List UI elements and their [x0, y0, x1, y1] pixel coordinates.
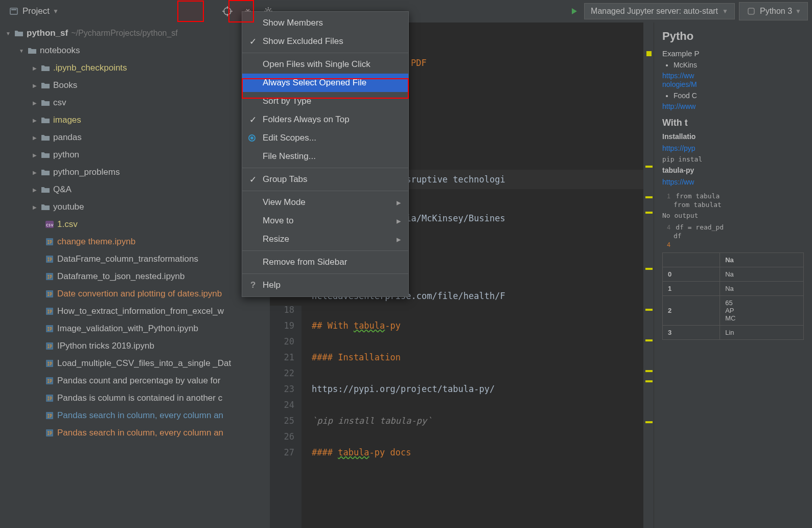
tree-file[interactable]: IPDataframe_to_json_nested.ipynb: [0, 268, 270, 285]
tree-folder[interactable]: ▶python_problems: [0, 164, 270, 181]
menu-item[interactable]: ✓Folders Always on Top: [242, 110, 408, 129]
tree-file[interactable]: IPPandas is column is contained in anoth…: [0, 389, 270, 407]
menu-item[interactable]: Show Members: [242, 14, 408, 32]
menu-item[interactable]: Always Select Opened File: [242, 74, 408, 92]
file-label: Pandas is column is contained in another…: [57, 393, 222, 403]
preview-link[interactable]: nologies/M: [662, 80, 697, 88]
preview-link[interactable]: http://www: [662, 102, 695, 110]
file-label: Pandas search in column, every column an: [57, 428, 223, 438]
preview-pane[interactable]: Pytho Example P McKins https://ww nologi…: [654, 22, 812, 528]
menu-item[interactable]: Move to▸: [242, 212, 408, 230]
code-line[interactable]: `pip install tabula-py`: [312, 413, 643, 429]
menu-item-label: View Mode: [263, 197, 306, 208]
project-tree[interactable]: ▼ python_sf ~/PycharmProjects/python_sf …: [0, 22, 270, 528]
tree-folder[interactable]: ▶.ipynb_checkpoints: [0, 59, 270, 77]
error-stripe[interactable]: [643, 22, 654, 528]
tree-file[interactable]: IPImage_validation_with_Python.ipynb: [0, 320, 270, 337]
marker-icon: [645, 421, 653, 423]
code-line[interactable]: [312, 302, 643, 318]
code-line[interactable]: [312, 365, 643, 381]
project-dropdown[interactable]: Project ▼: [4, 4, 63, 19]
menu-item[interactable]: ✓Show Excluded Files: [242, 32, 408, 51]
folder-label: pandas: [53, 132, 82, 143]
jupyter-server-dropdown[interactable]: Managed Jupyter server: auto-start ▼: [584, 3, 735, 19]
line-number: 24: [270, 397, 294, 413]
folder-label: python: [53, 150, 79, 160]
code-line[interactable]: https://pypi.org/project/tabula-py/: [312, 381, 643, 397]
menu-item[interactable]: View Mode▸: [242, 193, 408, 212]
expand-icon[interactable]: ▶: [32, 204, 38, 210]
tree-root[interactable]: ▼ python_sf ~/PycharmProjects/python_sf: [0, 25, 270, 42]
tree-folder[interactable]: ▶csv: [0, 94, 270, 111]
tree-file[interactable]: IPDate convertion and plotting of dates.…: [0, 285, 270, 303]
expand-icon[interactable]: ▶: [32, 152, 38, 158]
expand-icon[interactable]: ▼: [18, 48, 25, 54]
preview-code: pip instal: [662, 155, 804, 163]
project-label: Project: [22, 6, 50, 16]
line-number: 4: [662, 241, 670, 248]
menu-item[interactable]: File Nesting...: [242, 147, 408, 166]
code-line[interactable]: [312, 429, 643, 445]
submenu-arrow-icon: ▸: [397, 197, 401, 208]
tree-file[interactable]: IPLoad_multiple_CSV_files_into_a_single …: [0, 355, 270, 372]
menu-item-label: File Nesting...: [263, 151, 316, 162]
file-label: IPython tricks 2019.ipynb: [57, 341, 154, 351]
tree-file[interactable]: IPchange theme.ipynb: [0, 233, 270, 250]
file-label: change theme.ipynb: [57, 237, 135, 247]
ipynb-file-icon: IP: [45, 238, 54, 246]
svg-text:IP: IP: [47, 431, 52, 436]
svg-text:IP: IP: [47, 258, 52, 262]
expand-icon[interactable]: ▶: [32, 118, 38, 123]
tree-folder[interactable]: ▶Q&A: [0, 181, 270, 198]
preview-link[interactable]: https://ww: [662, 178, 694, 186]
check-icon: ✓: [249, 114, 257, 125]
preview-link[interactable]: https://ww: [662, 72, 694, 80]
tree-file[interactable]: IPPandas search in column, every column …: [0, 407, 270, 424]
code-line[interactable]: [312, 397, 643, 413]
folder-icon: [41, 151, 50, 158]
menu-item[interactable]: Edit Scopes...: [242, 129, 408, 147]
tree-file[interactable]: csv1.csv: [0, 216, 270, 233]
menu-separator: [242, 168, 408, 168]
tree-folder-notebooks[interactable]: ▼ notebooks: [0, 42, 270, 59]
code-line[interactable]: #### Installation: [312, 350, 643, 365]
tree-folder[interactable]: ▶Books: [0, 77, 270, 94]
tree-folder[interactable]: ▶youtube: [0, 198, 270, 216]
tree-folder[interactable]: ▶pandas: [0, 129, 270, 146]
table-row: Na: [663, 253, 804, 267]
expand-icon[interactable]: ▶: [32, 170, 38, 175]
menu-separator: [242, 250, 408, 251]
code-line[interactable]: ## With tabula-py: [312, 318, 643, 334]
menu-item-label: Resize: [263, 234, 289, 244]
code-line[interactable]: #### tabula-py docs: [312, 445, 643, 461]
menu-item[interactable]: Resize▸: [242, 230, 408, 248]
tree-file[interactable]: IPPandas count and percentage by value f…: [0, 372, 270, 389]
expand-icon[interactable]: ▶: [32, 83, 38, 88]
settings-context-menu[interactable]: Show Members✓Show Excluded FilesOpen Fil…: [242, 11, 409, 297]
expand-icon[interactable]: ▶: [32, 135, 38, 141]
tree-file[interactable]: IPPandas search in column, every column …: [0, 424, 270, 442]
menu-item[interactable]: Open Files with Single Click: [242, 55, 408, 74]
expand-icon[interactable]: ▶: [32, 100, 38, 106]
tree-file[interactable]: IPIPython tricks 2019.ipynb: [0, 337, 270, 355]
code-text: tabula: [338, 447, 369, 457]
menu-item[interactable]: Sort by Type: [242, 92, 408, 110]
python-interpreter-dropdown[interactable]: Python 3 ▼: [739, 2, 808, 20]
target-icon[interactable]: [222, 6, 233, 17]
tree-folder[interactable]: ▶images: [0, 111, 270, 129]
expand-icon[interactable]: ▼: [5, 31, 11, 36]
menu-item[interactable]: ?Help: [242, 276, 408, 294]
code-line[interactable]: [312, 334, 643, 350]
tree-file[interactable]: IPHow_to_extract_information_from_excel_…: [0, 303, 270, 320]
expand-icon[interactable]: ▶: [32, 187, 38, 193]
menu-item-label: Help: [263, 280, 281, 290]
expand-icon[interactable]: ▶: [32, 65, 38, 71]
preview-code: df: [674, 232, 682, 240]
menu-item[interactable]: ✓Group Tabs: [242, 170, 408, 189]
tree-folder[interactable]: ▶python: [0, 146, 270, 164]
menu-item-label: Show Members: [263, 18, 323, 28]
preview-link[interactable]: https://pyp: [662, 144, 695, 152]
run-icon[interactable]: [569, 6, 580, 17]
tree-file[interactable]: IPDataFrame_column_transformations: [0, 250, 270, 268]
menu-item[interactable]: Remove from Sidebar: [242, 253, 408, 271]
